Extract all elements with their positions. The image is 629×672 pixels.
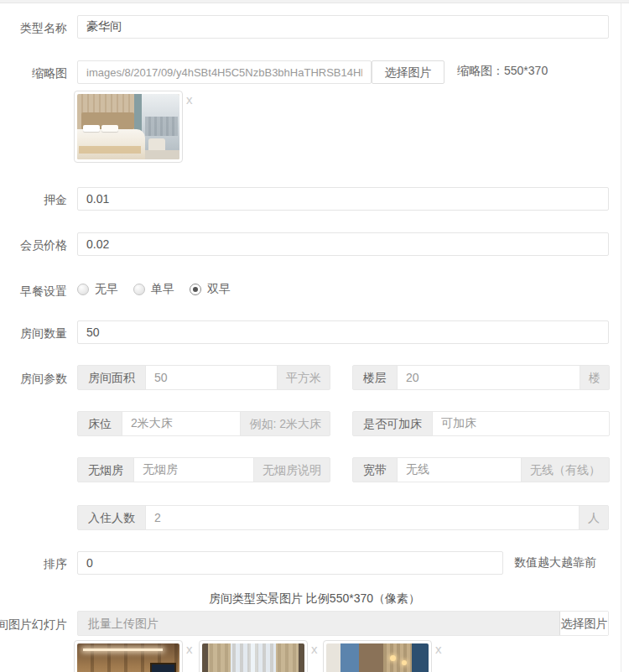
slide-preview-3 xyxy=(323,640,432,672)
param-occupancy-input[interactable] xyxy=(145,506,580,529)
param-occupancy: 入住人数 人 xyxy=(77,505,609,530)
param-floor-input[interactable] xyxy=(397,366,580,389)
param-extra-bed: 是否可加床 xyxy=(352,411,610,436)
deposit-input[interactable] xyxy=(77,187,609,211)
param-room-area-suffix: 平方米 xyxy=(278,366,330,389)
room-count-input[interactable] xyxy=(77,320,609,344)
type-name-input[interactable] xyxy=(77,15,609,39)
param-broadband: 宽带 无线（有线） xyxy=(352,457,610,482)
param-broadband-name: 宽带 xyxy=(353,458,397,482)
type-name-label: 类型名称 xyxy=(20,21,67,36)
param-floor: 楼层 楼 xyxy=(352,365,610,390)
param-nonsmoking: 无烟房 无烟房说明 xyxy=(77,457,330,482)
slides-section-title: 房间类型实景图片 比例550*370（像素） xyxy=(0,591,629,607)
sort-label: 排序 xyxy=(44,557,67,572)
param-nonsmoking-name: 无烟房 xyxy=(78,458,133,482)
slides-label: 房间图片幻灯片 xyxy=(0,617,67,633)
param-bed-suffix: 例如: 2米大床 xyxy=(241,412,330,435)
param-broadband-input[interactable] xyxy=(397,458,522,482)
breakfast-option-none[interactable]: 无早 xyxy=(77,282,118,297)
radio-icon xyxy=(133,284,145,295)
room-photo-tv xyxy=(77,643,179,672)
param-floor-name: 楼层 xyxy=(353,366,397,389)
room-photo-deluxe xyxy=(77,94,179,159)
thumbnail-size-hint: 缩略图：550*370 xyxy=(457,64,548,79)
param-nonsmoking-input[interactable] xyxy=(133,458,254,482)
slide-2-remove-icon[interactable]: x xyxy=(311,643,318,655)
breakfast-label: 早餐设置 xyxy=(20,284,67,300)
panel-right-border xyxy=(621,3,621,672)
param-extra-bed-name: 是否可加床 xyxy=(353,412,432,435)
room-count-label: 房间数量 xyxy=(20,326,67,341)
param-floor-suffix: 楼 xyxy=(580,366,609,389)
param-bed-input[interactable] xyxy=(122,412,241,435)
deposit-label: 押金 xyxy=(44,193,67,208)
thumbnail-preview xyxy=(74,91,183,163)
param-room-area: 房间面积 平方米 xyxy=(77,365,330,390)
thumbnail-path-input[interactable] xyxy=(77,60,372,84)
param-extra-bed-input[interactable] xyxy=(432,412,609,435)
thumbnail-select-image-button[interactable]: 选择图片 xyxy=(372,60,444,84)
param-broadband-suffix: 无线（有线） xyxy=(522,458,609,482)
param-room-area-name: 房间面积 xyxy=(78,366,145,389)
breakfast-option-single[interactable]: 单早 xyxy=(133,282,174,297)
thumbnail-remove-icon[interactable]: x xyxy=(186,93,193,106)
param-bed: 床位 例如: 2米大床 xyxy=(77,411,330,436)
sort-input[interactable] xyxy=(77,551,503,575)
slide-3-remove-icon[interactable]: x xyxy=(435,643,442,655)
slide-1-remove-icon[interactable]: x xyxy=(186,643,193,655)
room-photo-corridor xyxy=(202,643,304,672)
breakfast-option-double[interactable]: 双早 xyxy=(190,282,231,297)
room-photo-lounge xyxy=(326,643,429,672)
param-nonsmoking-suffix: 无烟房说明 xyxy=(254,458,330,482)
top-divider xyxy=(0,0,629,3)
batch-upload-field[interactable]: 批量上传图片 选择图片 xyxy=(77,611,609,636)
radio-icon xyxy=(77,284,89,295)
member-price-input[interactable] xyxy=(77,232,609,256)
room-type-form: 类型名称 缩略图 选择图片 缩略图：550*370 x 押金 会员价格 早餐设置… xyxy=(0,0,629,672)
batch-upload-placeholder: 批量上传图片 xyxy=(88,612,159,635)
param-occupancy-suffix: 人 xyxy=(580,506,608,529)
sort-hint: 数值越大越靠前 xyxy=(514,555,596,570)
slide-preview-1 xyxy=(74,640,183,672)
slides-select-image-button[interactable]: 选择图片 xyxy=(559,612,608,635)
breakfast-radio-group: 无早 单早 双早 xyxy=(77,282,246,297)
thumbnail-label: 缩略图 xyxy=(32,66,67,81)
member-price-label: 会员价格 xyxy=(20,238,67,253)
slide-preview-2 xyxy=(199,640,308,672)
param-occupancy-name: 入住人数 xyxy=(78,506,145,529)
param-bed-name: 床位 xyxy=(78,412,122,435)
radio-checked-icon xyxy=(190,284,201,295)
param-room-area-input[interactable] xyxy=(145,366,278,389)
room-params-label: 房间参数 xyxy=(20,372,67,387)
